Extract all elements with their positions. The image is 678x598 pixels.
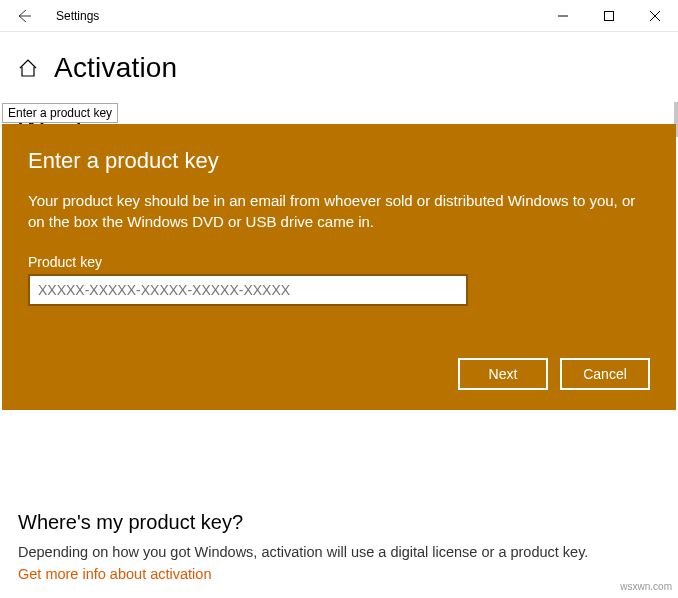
window-controls [540,0,678,31]
help-link[interactable]: Get more info about activation [18,566,660,582]
product-key-label: Product key [28,254,650,270]
svg-rect-0 [605,11,614,20]
dialog-body: Your product key should be in an email f… [28,190,650,232]
dialog-title: Enter a product key [28,148,650,174]
close-button[interactable] [632,0,678,31]
title-bar: Settings [0,0,678,32]
product-key-dialog: Enter a product key Your product key sho… [2,124,676,410]
product-key-input[interactable] [28,274,468,306]
watermark: wsxwn.com [620,581,672,592]
home-icon[interactable] [18,58,38,78]
help-body: Depending on how you got Windows, activa… [18,544,660,560]
page-header: Activation [0,32,678,102]
page-title: Activation [54,52,177,84]
window-title: Settings [48,9,540,23]
help-heading: Where's my product key? [18,511,660,534]
help-section: Where's my product key? Depending on how… [18,511,660,582]
content-area: Windows Enter a product key Enter a prod… [0,102,678,596]
maximize-button[interactable] [586,0,632,31]
cancel-button[interactable]: Cancel [560,358,650,390]
tooltip: Enter a product key [2,103,118,123]
dialog-buttons: Next Cancel [28,358,650,390]
back-button[interactable] [0,0,48,31]
minimize-button[interactable] [540,0,586,31]
next-button[interactable]: Next [458,358,548,390]
